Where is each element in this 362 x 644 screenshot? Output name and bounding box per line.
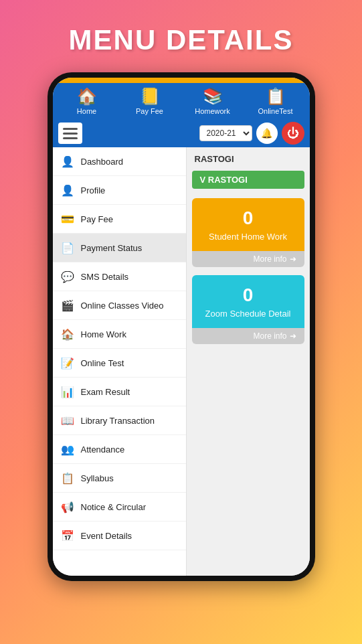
library-transaction-icon: 📖: [60, 412, 76, 428]
home-work-label: Home Work: [81, 329, 126, 339]
hamburger-line-2: [63, 133, 78, 135]
event-details-icon: 📅: [60, 528, 76, 544]
notification-icon: 🔔: [261, 128, 272, 139]
homework-more-info-label: More info: [253, 254, 286, 264]
sidebar-item-sms-details[interactable]: 💬 SMS Details: [53, 262, 186, 291]
nav-item-home[interactable]: 🏠 Home: [67, 87, 107, 115]
zoom-card-label: Zoom Schedule Detail: [205, 309, 291, 319]
sidebar-item-notice-circular[interactable]: 📢 Notice & Circular: [53, 493, 186, 521]
zoom-card-footer[interactable]: More info ➜: [192, 328, 304, 344]
sidebar-item-syllabus[interactable]: 📋 Syllabus: [53, 464, 186, 493]
phone-wrapper: 🏠 Home 📒 Pay Fee 📚 Homework 📋 OnlineTest: [48, 72, 315, 581]
sidebar: 👤 Dashboard 👤 Profile 💳 Pay Fee 📄 Paymen…: [53, 147, 187, 576]
profile-icon: 👤: [60, 182, 76, 198]
power-icon: ⏻: [287, 127, 299, 141]
sidebar-item-exam-result[interactable]: 📊 Exam Result: [53, 378, 186, 406]
hamburger-line-3: [63, 137, 78, 139]
home-work-icon: 🏠: [60, 326, 76, 342]
attendance-icon: 👥: [60, 441, 76, 457]
sidebar-item-dashboard[interactable]: 👤 Dashboard: [53, 147, 186, 176]
nav-item-online-test[interactable]: 📋 OnlineTest: [256, 87, 296, 115]
homework-card-footer[interactable]: More info ➜: [192, 251, 304, 267]
nav-item-pay-fee[interactable]: 📒 Pay Fee: [130, 87, 170, 115]
payment-status-icon: 📄: [60, 240, 76, 256]
sms-details-icon: 💬: [60, 268, 76, 285]
homework-nav-icon: 📚: [203, 87, 223, 106]
nav-item-homework[interactable]: 📚 Homework: [193, 87, 233, 115]
zoom-more-info-label: More info: [253, 331, 286, 341]
notice-circular-icon: 📢: [60, 499, 76, 515]
sidebar-item-pay-fee[interactable]: 💳 Pay Fee: [53, 205, 186, 234]
profile-label: Profile: [81, 185, 106, 195]
main-content: 👤 Dashboard 👤 Profile 💳 Pay Fee 📄 Paymen…: [53, 147, 310, 576]
homework-card-body: 0 Student Home Work: [192, 198, 304, 251]
notice-circular-label: Notice & Circular: [81, 502, 147, 512]
page-title: MENU DETAILS: [69, 24, 294, 56]
sidebar-item-attendance[interactable]: 👥 Attendance: [53, 435, 186, 464]
dashboard-icon: 👤: [60, 153, 76, 169]
online-test-icon: 📝: [60, 355, 76, 371]
sidebar-item-library-transaction[interactable]: 📖 Library Transaction: [53, 406, 186, 435]
homework-nav-label: Homework: [195, 107, 230, 115]
dashboard-label: Dashboard: [81, 157, 124, 167]
homework-card-number: 0: [243, 208, 254, 229]
pay-fee-nav-label: Pay Fee: [136, 107, 163, 115]
online-classes-video-label: Online Classes Video: [81, 301, 164, 311]
zoom-more-info-arrow: ➜: [290, 331, 296, 341]
event-details-label: Event Details: [81, 531, 132, 541]
sidebar-item-online-test[interactable]: 📝 Online Test: [53, 349, 186, 378]
user-name-bar: RASTOGI: [187, 147, 310, 171]
home-nav-label: Home: [77, 107, 96, 115]
year-select[interactable]: 2020-21 2019-20 2021-22: [199, 125, 252, 141]
exam-result-icon: 📊: [60, 384, 76, 400]
zoom-card-body: 0 Zoom Schedule Detail: [192, 275, 304, 328]
attendance-label: Attendance: [81, 445, 125, 455]
yellow-top-bar: [53, 78, 310, 83]
user-name-green: V RASTOGI: [192, 171, 304, 189]
zoom-card-number: 0: [243, 285, 254, 306]
home-nav-icon: 🏠: [77, 87, 97, 106]
homework-card-label: Student Home Work: [209, 232, 287, 242]
online-test-label: Online Test: [81, 358, 124, 368]
pay-fee-icon: 💳: [60, 211, 76, 227]
sidebar-item-home-work[interactable]: 🏠 Home Work: [53, 320, 186, 349]
zoom-card[interactable]: 0 Zoom Schedule Detail More info ➜: [192, 275, 304, 344]
notification-button[interactable]: 🔔: [256, 123, 278, 144]
sidebar-item-payment-status[interactable]: 📄 Payment Status: [53, 234, 186, 262]
sidebar-item-event-details[interactable]: 📅 Event Details: [53, 521, 186, 550]
exam-result-label: Exam Result: [81, 387, 130, 397]
nav-bar: 🏠 Home 📒 Pay Fee 📚 Homework 📋 OnlineTest: [53, 83, 310, 119]
sms-details-label: SMS Details: [81, 272, 129, 282]
syllabus-label: Syllabus: [81, 473, 114, 483]
online-test-nav-label: OnlineTest: [258, 107, 293, 115]
hamburger-line-1: [63, 128, 78, 130]
toolbar: 2020-21 2019-20 2021-22 🔔 ⏻: [53, 119, 310, 147]
hamburger-button[interactable]: [58, 123, 82, 144]
online-test-nav-icon: 📋: [266, 87, 286, 106]
phone-screen: 🏠 Home 📒 Pay Fee 📚 Homework 📋 OnlineTest: [53, 78, 310, 576]
pay-fee-nav-icon: 📒: [140, 87, 160, 106]
payment-status-label: Payment Status: [81, 243, 143, 253]
library-transaction-label: Library Transaction: [81, 416, 155, 426]
homework-card[interactable]: 0 Student Home Work More info ➜: [192, 198, 304, 267]
syllabus-icon: 📋: [60, 470, 76, 486]
online-classes-video-icon: 🎬: [60, 297, 76, 313]
right-panel: RASTOGI V RASTOGI 0 Student Home Work Mo…: [187, 147, 310, 576]
sidebar-item-online-classes-video[interactable]: 🎬 Online Classes Video: [53, 291, 186, 320]
pay-fee-label: Pay Fee: [81, 214, 113, 224]
sidebar-item-profile[interactable]: 👤 Profile: [53, 176, 186, 205]
power-button[interactable]: ⏻: [282, 122, 304, 145]
homework-more-info-arrow: ➜: [290, 254, 296, 264]
